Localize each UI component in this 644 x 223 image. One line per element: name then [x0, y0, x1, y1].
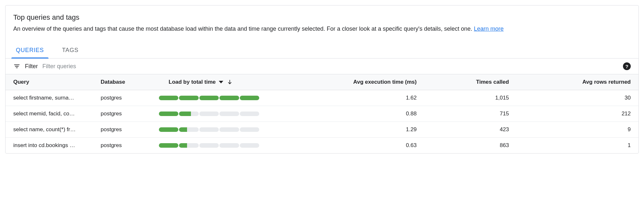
tabs: Queries Tags	[6, 36, 638, 58]
description-text: An overview of the queries and tags that…	[13, 26, 474, 32]
card-description: An overview of the queries and tags that…	[13, 24, 631, 33]
query-text: select memid, facid, co…	[13, 111, 85, 117]
load-segment	[179, 143, 198, 148]
database-text: postgres	[93, 90, 151, 106]
avg-exec-value: 0.63	[274, 138, 424, 154]
load-segment	[179, 127, 198, 132]
load-segment	[199, 127, 219, 132]
col-database[interactable]: Database	[93, 74, 151, 90]
col-load-label: Load by total time	[169, 79, 216, 85]
query-text: select name, count(*) fr…	[13, 126, 85, 133]
database-text: postgres	[93, 122, 151, 138]
load-segment	[240, 112, 259, 116]
load-segment	[159, 127, 178, 132]
avg-rows-value: 1	[517, 138, 638, 154]
filter-icon	[13, 63, 20, 70]
times-called-value: 715	[424, 106, 516, 122]
load-segment	[219, 143, 239, 148]
col-load[interactable]: Load by total time	[151, 74, 274, 90]
times-called-value: 1,015	[424, 90, 516, 106]
load-segment	[219, 127, 239, 132]
col-avg-exec[interactable]: Avg execution time (ms)	[274, 74, 424, 90]
avg-exec-value: 0.88	[274, 106, 424, 122]
table-header-row: Query Database Load by total time Avg ex…	[6, 74, 638, 90]
load-bar	[159, 127, 259, 132]
load-segment	[240, 127, 259, 132]
table-row[interactable]: select name, count(*) fr…postgres1.29423…	[6, 122, 638, 138]
col-query[interactable]: Query	[6, 74, 93, 90]
load-bar	[159, 112, 259, 116]
card-header: Top queries and tags An overview of the …	[6, 5, 638, 36]
load-segment	[240, 143, 259, 148]
table-row[interactable]: select memid, facid, co…postgres0.887152…	[6, 106, 638, 122]
load-segment	[219, 112, 239, 116]
load-segment	[159, 143, 178, 148]
filter-row: Filter ?	[6, 58, 638, 74]
table-row[interactable]: insert into cd.bookings …postgres0.63863…	[6, 138, 638, 154]
load-segment	[179, 112, 198, 116]
avg-exec-value: 1.29	[274, 122, 424, 138]
tab-tags[interactable]: Tags	[60, 44, 81, 58]
load-segment	[159, 112, 178, 116]
top-queries-card: Top queries and tags An overview of the …	[5, 5, 639, 154]
load-segment	[199, 96, 219, 100]
queries-table: Query Database Load by total time Avg ex…	[6, 74, 638, 153]
times-called-value: 863	[424, 138, 516, 154]
query-text: insert into cd.bookings …	[13, 142, 85, 149]
card-title: Top queries and tags	[13, 13, 631, 22]
times-called-value: 423	[424, 122, 516, 138]
load-segment	[199, 143, 219, 148]
col-avg-rows[interactable]: Avg rows returned	[517, 74, 638, 90]
help-icon[interactable]: ?	[623, 62, 631, 70]
load-segment	[199, 112, 219, 116]
avg-rows-value: 9	[517, 122, 638, 138]
filter-input[interactable]	[42, 63, 618, 70]
avg-rows-value: 212	[517, 106, 638, 122]
sort-arrow-down-icon	[227, 79, 233, 85]
load-segment	[159, 96, 178, 100]
sort-caret-icon	[219, 81, 223, 83]
database-text: postgres	[93, 138, 151, 154]
load-bar	[159, 143, 259, 148]
col-times-called[interactable]: Times called	[424, 74, 516, 90]
load-bar	[159, 96, 259, 100]
query-text: select firstname, surna…	[13, 95, 85, 101]
avg-rows-value: 30	[517, 90, 638, 106]
filter-label: Filter	[25, 63, 38, 70]
avg-exec-value: 1.62	[274, 90, 424, 106]
learn-more-link[interactable]: Learn more	[474, 26, 504, 32]
load-segment	[240, 96, 259, 100]
database-text: postgres	[93, 106, 151, 122]
tab-queries[interactable]: Queries	[13, 44, 47, 58]
table-row[interactable]: select firstname, surna…postgres1.621,01…	[6, 90, 638, 106]
load-segment	[179, 96, 198, 100]
load-segment	[219, 96, 239, 100]
